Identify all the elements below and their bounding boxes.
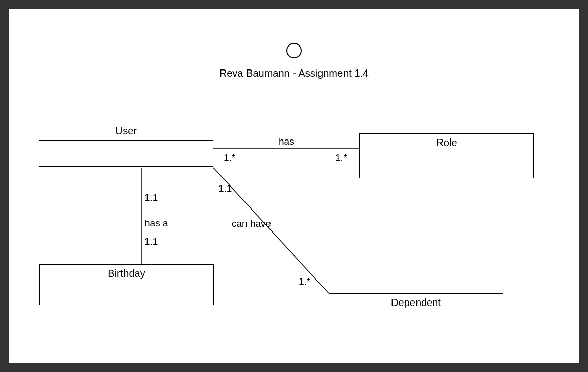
- diagram-title: Reva Baumann - Assignment 1.4: [9, 67, 579, 79]
- rel-user-birthday-mult-bottom: 1.1: [144, 236, 158, 247]
- entity-birthday: Birthday: [39, 264, 214, 305]
- rel-user-birthday-label: has a: [144, 218, 168, 229]
- entity-dependent-name: Dependent: [329, 294, 503, 312]
- entity-user-name: User: [39, 122, 213, 141]
- rel-user-birthday-mult-top: 1.1: [144, 192, 158, 203]
- rel-user-role-label: has: [279, 136, 295, 147]
- entity-dependent-body: [329, 312, 503, 334]
- entity-user: User: [39, 122, 213, 167]
- entity-role: Role: [359, 133, 534, 178]
- entity-birthday-name: Birthday: [40, 265, 213, 283]
- rel-user-dependent-mult-bottom: 1.*: [299, 276, 310, 287]
- circle-icon: [286, 43, 302, 58]
- entity-dependent: Dependent: [329, 293, 503, 334]
- diagram-canvas: Reva Baumann - Assignment 1.4 User Role …: [9, 9, 579, 363]
- entity-role-body: [360, 152, 533, 178]
- rel-user-dependent-label: can have: [232, 218, 271, 229]
- rel-user-role-mult-left: 1.*: [224, 152, 235, 164]
- entity-role-name: Role: [360, 134, 533, 152]
- rel-user-dependent-mult-top: 1.1: [218, 183, 232, 194]
- rel-user-role-mult-right: 1.*: [335, 152, 347, 164]
- entity-birthday-body: [40, 283, 213, 305]
- entity-user-body: [39, 141, 213, 166]
